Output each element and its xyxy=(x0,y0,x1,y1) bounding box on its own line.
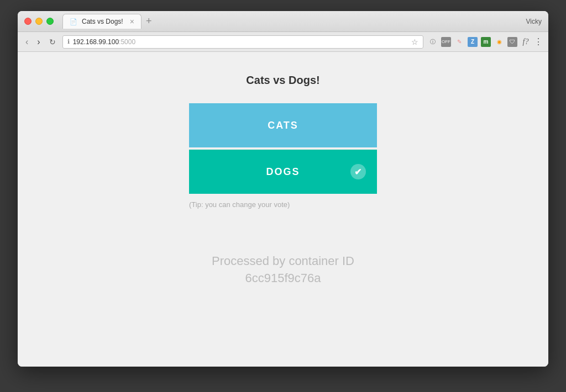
selected-checkmark-icon: ✔ xyxy=(350,164,366,179)
tab-close-button[interactable]: × xyxy=(130,17,134,26)
tab-title: Cats vs Dogs! xyxy=(82,18,123,25)
new-tab-button[interactable]: + xyxy=(146,15,152,27)
zap-icon[interactable]: Z xyxy=(468,37,478,47)
more-options-button[interactable]: ⋮ xyxy=(534,36,543,47)
cats-label: CATS xyxy=(268,120,298,131)
url-text: 192.168.99.100:5000 xyxy=(73,38,408,46)
container-info-line1: Processed by container ID xyxy=(212,253,354,270)
toolbar-icons: ⓘ OFF ✎ Z m ◉ 🛡 f? ⋮ xyxy=(428,36,543,47)
container-info-line2: 6cc915f9c76a xyxy=(212,270,354,287)
info-icon[interactable]: ⓘ xyxy=(428,37,438,47)
forward-button[interactable]: › xyxy=(35,36,42,47)
dogs-vote-button[interactable]: DOGS ✔ xyxy=(189,150,377,194)
maximize-button[interactable] xyxy=(46,18,54,25)
address-bar: ‹ › ↻ ℹ 192.168.99.100:5000 ☆ ⓘ OFF ✎ Z … xyxy=(18,32,548,52)
container-info: Processed by container ID 6cc915f9c76a xyxy=(212,253,354,287)
url-port: :5000 xyxy=(119,38,135,46)
tab-bar: 📄 Cats vs Dogs! × + xyxy=(62,14,526,29)
page-title: Cats vs Dogs! xyxy=(246,74,319,87)
browser-window: 📄 Cats vs Dogs! × + Vicky ‹ › ↻ ℹ 192.16… xyxy=(18,11,548,367)
script-icon[interactable]: f? xyxy=(521,37,531,47)
tab-document-icon: 📄 xyxy=(70,18,77,25)
minimize-button[interactable] xyxy=(35,18,43,25)
feed-icon[interactable]: ◉ xyxy=(494,37,504,47)
refresh-button[interactable]: ↻ xyxy=(47,37,58,47)
browser-tab[interactable]: 📄 Cats vs Dogs! × xyxy=(62,14,142,29)
back-button[interactable]: ‹ xyxy=(23,36,30,47)
close-button[interactable] xyxy=(24,18,32,25)
url-bar[interactable]: ℹ 192.168.99.100:5000 ☆ xyxy=(62,35,423,49)
user-name: Vicky xyxy=(526,18,542,25)
secure-icon: ℹ xyxy=(67,38,70,45)
title-bar: 📄 Cats vs Dogs! × + Vicky xyxy=(18,11,548,32)
cats-vote-button[interactable]: CATS xyxy=(189,103,377,147)
voting-container: CATS DOGS ✔ xyxy=(189,103,377,194)
shield-icon[interactable]: 🛡 xyxy=(507,37,517,47)
page-content: Cats vs Dogs! CATS DOGS ✔ (Tip: you can … xyxy=(18,52,548,367)
tip-text: (Tip: you can change your vote) xyxy=(189,200,377,209)
m-icon[interactable]: m xyxy=(481,37,491,47)
dogs-label: DOGS xyxy=(266,166,300,178)
pencil-icon[interactable]: ✎ xyxy=(454,37,464,47)
bookmark-icon[interactable]: ☆ xyxy=(411,38,418,46)
traffic-lights xyxy=(24,18,54,25)
toggle-icon[interactable]: OFF xyxy=(441,37,451,47)
url-host: 192.168.99.100 xyxy=(73,38,119,46)
